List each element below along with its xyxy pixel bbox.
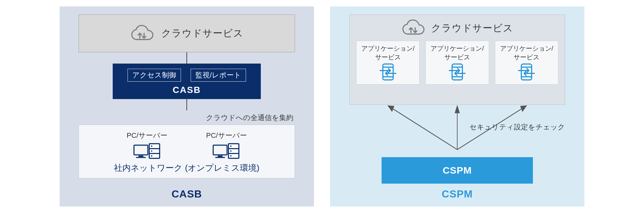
cspm-panel: クラウドサービス アプリケーション/サービス アプリケーション/サービス アプリ… [330,6,584,207]
onprem-caption: 社内ネットワーク (オンプレミス環境) [114,162,260,174]
casb-cloud-box: クラウドサービス [79,15,295,52]
server-icon [133,142,162,160]
app-card-1: アプリケーション/サービス [356,41,420,85]
cspm-footer: CSPM [442,184,473,200]
casb-footer: CASB [172,184,202,200]
casb-cloud-title: クラウドサービス [161,27,243,40]
cspm-check-note: セキュリティ設定をチェック [469,122,565,132]
casb-aggregate-note: クラウドへの全通信を集約 [206,113,293,123]
pc-label-1: PC/サーバー [127,131,167,140]
app-label-2: アプリケーション/サービス [431,44,484,62]
pc-unit-2: PC/サーバー [206,131,247,160]
app-icon [516,63,536,81]
app-label-1: アプリケーション/サービス [361,44,415,62]
casb-box-label: CASB [173,85,201,95]
app-card-2: アプリケーション/サービス [425,41,489,85]
casb-panel: クラウドサービス アクセス制御 監視/レポート CASB クラウドへの全通信を集… [60,6,314,207]
app-label-3: アプリケーション/サービス [500,44,554,62]
cloud-icon [130,25,154,42]
cspm-cloud-box: クラウドサービス アプリケーション/サービス アプリケーション/サービス アプリ… [349,15,565,105]
pc-label-2: PC/サーバー [206,131,247,140]
casb-box: アクセス制御 監視/レポート CASB [113,64,261,99]
connector-line-bottom [186,99,187,110]
app-card-3: アプリケーション/サービス [495,41,558,85]
casb-tag-report: 監視/レポート [191,69,246,82]
svg-line-12 [388,106,457,150]
cloud-icon [402,19,425,37]
app-icon [378,63,398,81]
connector-line-top [186,52,187,64]
app-icon [447,63,467,81]
cspm-cloud-title: クラウドサービス [431,22,513,35]
onprem-box: PC/サーバー PC/サーバー 社内ネットワーク (オンプレミス環境) [79,125,295,178]
server-icon [212,142,241,160]
cspm-box: CSPM [382,157,533,184]
cspm-connector-area: セキュリティ設定をチェック CSPM [349,105,565,184]
casb-tag-access: アクセス制御 [128,69,181,82]
pc-unit-1: PC/サーバー [127,131,167,160]
cspm-box-label: CSPM [443,165,472,176]
